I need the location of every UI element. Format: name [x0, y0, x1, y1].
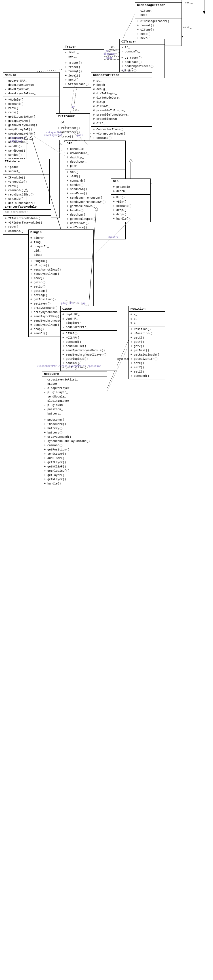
- module-title: Module: [3, 73, 59, 78]
- ci-tracer-attrs: - tr_ - commonTr_: [120, 45, 165, 55]
- svg-text:next_: next_: [106, 57, 114, 59]
- bin-methods: + Bin() + ~Bin() + command() + drop() + …: [111, 195, 151, 222]
- svg-text:tr_: tr_: [72, 106, 77, 108]
- ip-module-box: IPModule # ipAddr_ # subnet_ + IPModule(…: [3, 159, 50, 211]
- ci-message-tracer-attrs: - cIType_ - next_: [135, 8, 181, 18]
- bin-title: Bin: [111, 179, 151, 184]
- position-title: Position: [129, 306, 165, 312]
- svg-text:next_: next_: [108, 53, 116, 56]
- svg-text:commonTr_: commonTr_: [104, 53, 117, 56]
- node-core-title: NodeCore: [42, 371, 107, 377]
- pkt-tracer-attrs: - tr_: [56, 119, 90, 125]
- diagram-container: next_ tr_ commonTr_ next_ clTr_ tr_ down…: [0, 0, 213, 980]
- ip-module-attrs: # ipAddr_ # subnet_: [3, 164, 50, 175]
- tracer-title: Tracer: [63, 44, 104, 49]
- ci-message-tracer-title: CIMessageTracer: [135, 3, 181, 8]
- svg-line-42: [104, 52, 119, 57]
- sap-title: SAP: [65, 141, 125, 146]
- position-methods: + Position() + ~Position() + getX() + ge…: [129, 326, 165, 379]
- ip-interface-module-title: IPInterfaceModule: [3, 204, 51, 210]
- svg-text:tr_: tr_: [75, 108, 79, 111]
- attr-1: - cIType_: [137, 9, 180, 13]
- attr-2: - next_: [137, 13, 180, 17]
- sap-attrs: # upModule_ # downModule_ # depthUp_ # d…: [65, 146, 125, 169]
- svg-marker-40: [203, 11, 205, 14]
- svg-text:tr_: tr_: [106, 50, 111, 53]
- cisap-attrs: # depthNC_ # depthP_ - pluginPtr_ - node…: [61, 312, 117, 331]
- position-box: Position # x_ # y_ # z_ + Position() + ~…: [128, 306, 165, 379]
- plugin-title: Plugin: [29, 230, 93, 235]
- svg-line-4: [104, 49, 119, 52]
- svg-text:tr_: tr_: [111, 46, 115, 48]
- bin-box: Bin # preamble_ # depth_ + Bin() + ~Bin(…: [111, 178, 151, 222]
- node-core-methods: + NodeCore() + ~NodeCore() + battery() +…: [42, 417, 107, 487]
- module-attrs: - upLayerSAP_ - downLayerSAPNum_ - downL…: [3, 78, 59, 97]
- pkt-tracer-methods: + PktTracer() + addTracer() + trace(): [56, 125, 90, 140]
- node-core-attrs: - crossLayerSAPlist_ - nLayer_ - clsapPe…: [42, 377, 107, 417]
- cisap-box: CISAP # depthNC_ # depthP_ - pluginPtr_ …: [61, 306, 117, 371]
- node-core-box: NodeCore - crossLayerSAPlist_ - nLayer_ …: [42, 371, 107, 487]
- pkt-tracer-box: PktTracer - tr_ + PktTracer() + addTrace…: [56, 113, 90, 140]
- position-attrs: # x_ # y_ # z_: [129, 312, 165, 326]
- plugin-attrs: # binPtr_ # flag_ # uLayerId_ - uid_ - c…: [29, 235, 93, 258]
- ip-interface-module-attrs: (no attributes): [3, 210, 51, 216]
- cisap-title: CISAP: [61, 306, 117, 312]
- svg-text:next_: next_: [185, 2, 193, 4]
- ci-tracer-title: CITracer: [120, 39, 165, 45]
- ip-module-title: IPModule: [3, 159, 50, 164]
- connector-trace-attrs: # pt_ # depth_ # debug_ # dirToPlugin_ #…: [91, 78, 152, 127]
- tracer-attrs: - level_ - next_: [63, 49, 104, 60]
- bin-attrs: # preamble_ # depth_: [111, 184, 151, 195]
- cisap-methods: + CISAP() + ~CISAP() + command() + sendM…: [61, 331, 117, 371]
- connector-trace-title: ConnectorTrace: [91, 73, 152, 78]
- svg-text:next_: next_: [183, 26, 192, 29]
- pkt-tracer-title: PktTracer: [56, 114, 90, 119]
